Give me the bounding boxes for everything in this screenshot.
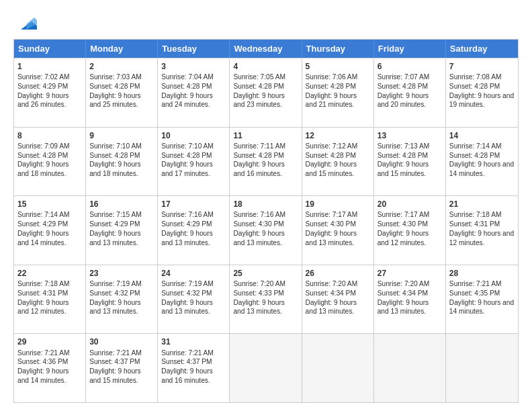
header — [13, 11, 519, 32]
calendar-cell-10: 10 Sunrise: 7:10 AM Sunset: 4:28 PM Dayl… — [158, 128, 230, 196]
calendar-cell-23: 23 Sunrise: 7:19 AM Sunset: 4:32 PM Dayl… — [86, 265, 158, 334]
calendar-cell-25: 25 Sunrise: 7:20 AM Sunset: 4:33 PM Dayl… — [230, 265, 302, 334]
calendar-body: 1 Sunrise: 7:02 AM Sunset: 4:29 PM Dayli… — [14, 58, 518, 402]
daylight-label: Daylight: 9 hours and 14 minutes. — [449, 161, 514, 177]
day-number: 8 — [17, 130, 82, 141]
daylight-label: Daylight: 9 hours and 13 minutes. — [89, 230, 140, 246]
sunset-label: Sunset: 4:28 PM — [378, 152, 428, 159]
sunset-label: Sunset: 4:28 PM — [17, 152, 68, 159]
day-number: 5 — [306, 61, 370, 72]
day-number: 1 — [17, 61, 82, 72]
day-number: 16 — [89, 199, 154, 210]
day-number: 15 — [17, 199, 82, 210]
calendar-cell-8: 8 Sunrise: 7:09 AM Sunset: 4:28 PM Dayli… — [14, 128, 86, 196]
sunset-label: Sunset: 4:28 PM — [378, 83, 428, 90]
day-number: 31 — [161, 336, 226, 347]
daylight-label: Daylight: 9 hours and 13 minutes. — [233, 230, 284, 246]
day-number: 18 — [233, 199, 298, 210]
day-number: 23 — [89, 268, 154, 279]
sunrise-label: Sunrise: 7:20 AM — [306, 280, 358, 287]
sunset-label: Sunset: 4:28 PM — [161, 83, 212, 90]
calendar-cell-21: 21 Sunrise: 7:18 AM Sunset: 4:31 PM Dayl… — [446, 196, 518, 265]
sunrise-label: Sunrise: 7:10 AM — [161, 142, 214, 150]
daylight-label: Daylight: 9 hours and 13 minutes. — [161, 230, 212, 246]
sunrise-label: Sunrise: 7:04 AM — [161, 73, 214, 81]
day-number: 10 — [161, 130, 226, 141]
sunset-label: Sunset: 4:28 PM — [449, 152, 500, 159]
sunset-label: Sunset: 4:34 PM — [306, 289, 356, 297]
daylight-label: Daylight: 9 hours and 13 minutes. — [89, 299, 140, 316]
logo-icon — [15, 11, 37, 32]
day-number: 3 — [161, 61, 226, 72]
day-number: 28 — [449, 268, 515, 279]
calendar-cell-14: 14 Sunrise: 7:14 AM Sunset: 4:28 PM Dayl… — [446, 128, 518, 196]
sunrise-label: Sunrise: 7:02 AM — [17, 73, 70, 81]
sunset-label: Sunset: 4:29 PM — [17, 83, 68, 90]
daylight-label: Daylight: 9 hours and 16 minutes. — [233, 161, 284, 177]
sunrise-label: Sunrise: 7:15 AM — [89, 211, 142, 218]
day-number: 29 — [17, 336, 82, 347]
day-number: 14 — [449, 130, 515, 141]
day-number: 19 — [306, 199, 370, 210]
sunrise-label: Sunrise: 7:16 AM — [233, 211, 285, 218]
empty-cell — [230, 334, 302, 402]
header-sunday: Sunday — [14, 40, 86, 58]
daylight-label: Daylight: 9 hours and 13 minutes. — [306, 230, 357, 246]
daylight-label: Daylight: 9 hours and 13 minutes. — [378, 299, 429, 316]
logo — [13, 11, 37, 32]
sunset-label: Sunset: 4:30 PM — [378, 220, 428, 228]
sunrise-label: Sunrise: 7:16 AM — [161, 211, 214, 218]
calendar-cell-30: 30 Sunrise: 7:21 AM Sunset: 4:37 PM Dayl… — [86, 334, 158, 402]
calendar-cell-20: 20 Sunrise: 7:17 AM Sunset: 4:30 PM Dayl… — [374, 196, 446, 265]
calendar-cell-9: 9 Sunrise: 7:10 AM Sunset: 4:28 PM Dayli… — [86, 128, 158, 196]
sunrise-label: Sunrise: 7:03 AM — [89, 73, 142, 81]
daylight-label: Daylight: 9 hours and 25 minutes. — [89, 92, 140, 109]
daylight-label: Daylight: 9 hours and 12 minutes. — [17, 299, 69, 316]
daylight-label: Daylight: 9 hours and 17 minutes. — [161, 161, 212, 177]
sunrise-label: Sunrise: 7:05 AM — [233, 73, 285, 81]
daylight-label: Daylight: 9 hours and 12 minutes. — [378, 230, 429, 246]
sunset-label: Sunset: 4:31 PM — [449, 220, 500, 228]
calendar-cell-27: 27 Sunrise: 7:20 AM Sunset: 4:34 PM Dayl… — [374, 265, 446, 334]
day-number: 27 — [378, 268, 442, 279]
sunset-label: Sunset: 4:34 PM — [378, 289, 428, 297]
empty-cell — [302, 334, 374, 402]
sunrise-label: Sunrise: 7:19 AM — [161, 280, 214, 287]
sunset-label: Sunset: 4:28 PM — [449, 83, 500, 90]
sunrise-label: Sunrise: 7:14 AM — [449, 142, 502, 150]
sunrise-label: Sunrise: 7:07 AM — [378, 73, 430, 81]
sunset-label: Sunset: 4:28 PM — [306, 83, 356, 90]
calendar-cell-24: 24 Sunrise: 7:19 AM Sunset: 4:32 PM Dayl… — [158, 265, 230, 334]
sunrise-label: Sunrise: 7:14 AM — [17, 211, 70, 218]
sunrise-label: Sunrise: 7:21 AM — [449, 280, 502, 287]
sunset-label: Sunset: 4:37 PM — [161, 358, 212, 365]
sunrise-label: Sunrise: 7:21 AM — [17, 349, 70, 357]
calendar-cell-19: 19 Sunrise: 7:17 AM Sunset: 4:30 PM Dayl… — [302, 196, 374, 265]
day-number: 9 — [89, 130, 154, 141]
sunset-label: Sunset: 4:28 PM — [89, 83, 140, 90]
calendar-cell-13: 13 Sunrise: 7:13 AM Sunset: 4:28 PM Dayl… — [374, 128, 446, 196]
sunset-label: Sunset: 4:28 PM — [233, 152, 283, 159]
calendar: Sunday Monday Tuesday Wednesday Thursday… — [13, 39, 519, 403]
daylight-label: Daylight: 9 hours and 15 minutes. — [306, 161, 357, 177]
header-saturday: Saturday — [446, 40, 518, 58]
empty-cell — [446, 334, 518, 402]
sunset-label: Sunset: 4:31 PM — [17, 289, 68, 297]
daylight-label: Daylight: 9 hours and 24 minutes. — [161, 92, 212, 109]
sunset-label: Sunset: 4:29 PM — [17, 220, 68, 228]
calendar-cell-17: 17 Sunrise: 7:16 AM Sunset: 4:29 PM Dayl… — [158, 196, 230, 265]
day-number: 4 — [233, 61, 298, 72]
sunset-label: Sunset: 4:29 PM — [161, 220, 212, 228]
daylight-label: Daylight: 9 hours and 23 minutes. — [233, 92, 284, 109]
calendar-cell-7: 7 Sunrise: 7:08 AM Sunset: 4:28 PM Dayli… — [446, 58, 518, 127]
page: Sunday Monday Tuesday Wednesday Thursday… — [0, 0, 532, 411]
week-row-3: 15 Sunrise: 7:14 AM Sunset: 4:29 PM Dayl… — [14, 195, 518, 265]
daylight-label: Daylight: 9 hours and 18 minutes. — [17, 161, 69, 177]
calendar-cell-29: 29 Sunrise: 7:21 AM Sunset: 4:36 PM Dayl… — [14, 334, 86, 402]
daylight-label: Daylight: 9 hours and 26 minutes. — [17, 92, 69, 109]
daylight-label: Daylight: 9 hours and 21 minutes. — [306, 92, 357, 109]
calendar-header-row: Sunday Monday Tuesday Wednesday Thursday… — [14, 40, 518, 58]
calendar-cell-28: 28 Sunrise: 7:21 AM Sunset: 4:35 PM Dayl… — [446, 265, 518, 334]
day-number: 24 — [161, 268, 226, 279]
calendar-cell-18: 18 Sunrise: 7:16 AM Sunset: 4:30 PM Dayl… — [230, 196, 302, 265]
